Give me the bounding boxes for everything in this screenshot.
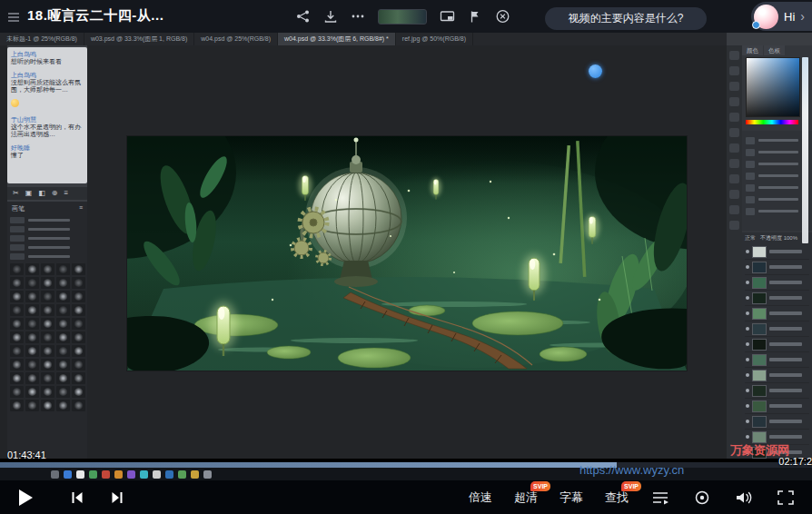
brush-preset[interactable] [56,372,70,384]
brush-preset[interactable] [25,386,39,398]
panel-scrollbar[interactable] [802,57,808,243]
search-in-video-button[interactable]: SVIP 查找 [594,489,639,506]
picture-in-picture-icon[interactable] [440,9,455,24]
document-tab[interactable]: ref.jpg @ 50%(RGB/8) [396,33,473,45]
brush-preset[interactable] [41,345,54,357]
grid-icon[interactable]: ▣ [25,187,33,200]
sidebar-toggle-icon[interactable] [7,10,20,26]
brush-preset[interactable] [10,372,24,384]
brush-preset[interactable] [25,359,39,371]
brush-preset[interactable] [41,263,54,275]
visibility-eye-icon[interactable] [746,373,749,377]
brush-preset[interactable] [10,318,24,330]
brush-preset[interactable] [41,331,54,343]
adjustment-item[interactable] [746,158,808,170]
tab-color[interactable]: 颜色 [742,45,763,55]
brush-preset[interactable] [56,291,70,302]
layer-row[interactable] [745,352,809,368]
brush-preset[interactable] [56,277,70,289]
adjustment-item[interactable] [746,193,808,205]
brush-preset[interactable] [25,345,39,357]
adjustment-item[interactable] [746,170,808,182]
brush-preset[interactable] [56,331,70,343]
brush-list-item[interactable] [10,215,84,224]
playlist-icon[interactable] [639,490,681,505]
layer-row[interactable] [745,260,809,275]
layer-row[interactable] [745,291,809,306]
panel-icon[interactable] [729,221,739,230]
brush-preset[interactable] [72,372,85,384]
brush-preset[interactable] [25,318,39,330]
adjustment-item[interactable] [746,205,808,217]
layer-row[interactable] [745,399,809,414]
brush-preset[interactable] [41,359,54,371]
visibility-eye-icon[interactable] [746,311,749,315]
subtitle-button[interactable]: 字幕 [549,489,594,506]
fullscreen-icon[interactable] [765,490,807,505]
panel-icon[interactable] [729,113,739,122]
adjustment-item[interactable] [746,146,808,158]
brush-preset[interactable] [10,386,24,398]
brush-preset[interactable] [41,400,54,411]
document-tab[interactable]: 未标题-1 @ 25%(RGB/8) [0,33,84,45]
brush-preset[interactable] [72,291,85,302]
more-icon[interactable] [351,9,365,24]
brush-preset[interactable] [72,359,85,371]
hue-slider[interactable] [746,120,798,124]
panel-icon[interactable] [729,66,739,75]
panel-menu-icon[interactable]: ≡ [79,204,83,213]
visibility-eye-icon[interactable] [746,342,749,346]
brush-preset[interactable] [25,263,39,275]
flag-report-icon[interactable] [468,9,482,24]
quality-button[interactable]: SVIP 超清 [503,489,549,506]
visibility-eye-icon[interactable] [746,296,749,300]
target-icon[interactable]: ⊕ [52,187,58,200]
brush-preset[interactable] [25,331,39,343]
brush-preset[interactable] [10,291,24,302]
document-tab[interactable]: w03.psd @ 33.3%(图层 1, RGB/8) [84,33,194,45]
menu-icon[interactable]: ≡ [64,187,69,200]
layer-row[interactable] [745,321,809,337]
visibility-eye-icon[interactable] [746,281,749,284]
brush-preset[interactable] [10,277,24,289]
document-tab[interactable]: w04.psd @ 33.3%(图层 6, RGB/8#) * [278,33,396,45]
speed-button[interactable]: 倍速 [458,489,503,506]
visibility-eye-icon[interactable] [746,327,749,331]
mini-preview-thumbnail[interactable] [378,9,427,25]
brush-preset[interactable] [25,291,39,302]
brush-list-item[interactable] [10,233,84,242]
brush-preset[interactable] [25,400,39,411]
brush-preset[interactable] [10,359,24,371]
panel-icon[interactable] [729,174,739,183]
brush-preset[interactable] [72,345,85,357]
brush-preset[interactable] [56,359,70,371]
record-icon[interactable] [681,489,723,506]
brush-preset[interactable] [56,386,70,398]
color-field[interactable] [746,57,800,117]
layer-row[interactable] [745,244,809,260]
brush-preset[interactable] [25,304,39,316]
close-icon[interactable] [495,9,510,24]
visibility-eye-icon[interactable] [746,389,749,392]
blend-mode-select[interactable]: 正常 [745,234,756,242]
brush-preset[interactable] [10,304,24,316]
visibility-eye-icon[interactable] [746,404,749,408]
brush-list-item[interactable] [10,252,84,261]
brush-preset[interactable] [41,386,54,398]
layer-row[interactable] [745,306,809,321]
brush-preset[interactable] [41,277,54,289]
brush-preset[interactable] [72,277,85,289]
brush-preset[interactable] [56,345,70,357]
floating-assistant-bubble[interactable] [589,64,602,78]
previous-button[interactable] [70,490,84,505]
ai-assistant-button[interactable]: Hi › [751,2,812,31]
brush-list-item[interactable] [10,224,84,233]
ai-question-pill[interactable]: 视频的主要内容是什么? [545,7,707,30]
layer-row[interactable] [745,368,809,383]
adjustment-item[interactable] [746,134,808,146]
panel-icon[interactable] [729,51,739,60]
adjustment-item[interactable] [746,182,808,193]
visibility-eye-icon[interactable] [746,250,749,253]
visibility-eye-icon[interactable] [746,265,749,269]
panel-icon[interactable] [729,82,739,91]
